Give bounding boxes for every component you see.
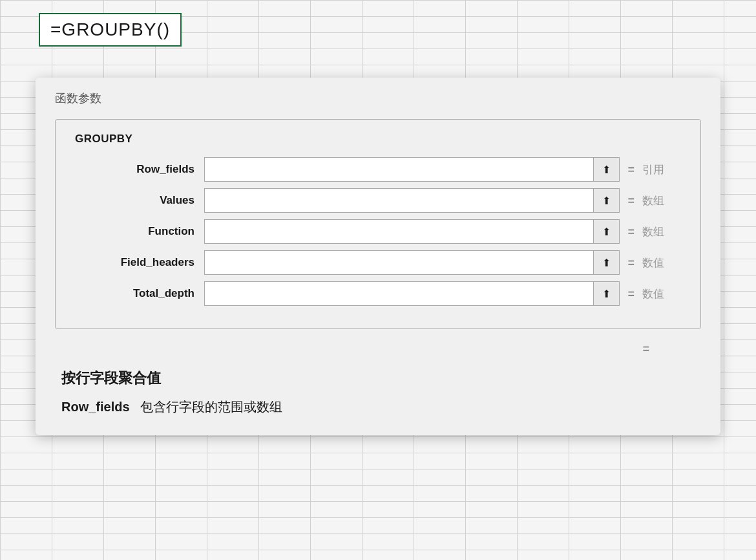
arrow-up-icon-values: ⬆ [602,195,611,207]
param-label-total-depth: Total_depth [75,287,204,300]
param-input-wrap-row-fields: ⬆ [204,157,620,182]
param-label-function: Function [75,225,204,238]
group-box-title: GROUPBY [75,133,681,145]
param-row-function: Function ⬆ = 数组 [75,219,681,244]
result-row: = [55,342,701,356]
description-field-name: Row_fields [61,400,130,415]
param-equals-total-depth: = [627,287,635,301]
param-type-values: 数组 [642,193,681,208]
groupby-group-box: GROUPBY Row_fields ⬆ = 引用 Values ⬆ = 数组 [55,119,701,329]
function-arguments-dialog: 函数参数 GROUPBY Row_fields ⬆ = 引用 Values ⬆ [36,78,720,435]
param-input-wrap-total-depth: ⬆ [204,281,620,306]
param-row-values: Values ⬆ = 数组 [75,188,681,213]
param-equals-function: = [627,225,635,239]
arrow-up-icon-total-depth: ⬆ [602,288,611,300]
param-equals-row-fields: = [627,163,635,177]
result-equals: = [642,342,649,356]
formula-bar: =GROUPBY() [39,13,182,47]
dialog-title: 函数参数 [55,91,701,106]
param-equals-field-headers: = [627,256,635,270]
param-input-function[interactable] [204,219,594,244]
param-label-values: Values [75,194,204,207]
arrow-up-icon-function: ⬆ [602,226,611,238]
param-type-field-headers: 数值 [642,255,681,270]
param-btn-row-fields[interactable]: ⬆ [594,157,620,182]
formula-text: =GROUPBY() [50,19,170,39]
param-input-values[interactable] [204,188,594,213]
arrow-up-icon-field-headers: ⬆ [602,257,611,269]
param-input-row-fields[interactable] [204,157,594,182]
param-type-function: 数组 [642,224,681,239]
param-row-total-depth: Total_depth ⬆ = 数值 [75,281,681,306]
description-row: Row_fields 包含行字段的范围或数组 [61,398,695,416]
param-input-total-depth[interactable] [204,281,594,306]
param-row-row-fields: Row_fields ⬆ = 引用 [75,157,681,182]
arrow-up-icon-row-fields: ⬆ [602,164,611,176]
param-btn-values[interactable]: ⬆ [594,188,620,213]
description-text: 包含行字段的范围或数组 [140,398,282,416]
param-type-total-depth: 数值 [642,286,681,301]
param-label-field-headers: Field_headers [75,256,204,269]
description-section: 按行字段聚合值 Row_fields 包含行字段的范围或数组 [55,369,701,416]
param-input-wrap-field-headers: ⬆ [204,250,620,275]
param-type-row-fields: 引用 [642,162,681,177]
param-btn-total-depth[interactable]: ⬆ [594,281,620,306]
param-equals-values: = [627,194,635,208]
param-btn-function[interactable]: ⬆ [594,219,620,244]
param-label-row-fields: Row_fields [75,163,204,176]
description-title: 按行字段聚合值 [61,369,695,388]
param-input-wrap-values: ⬆ [204,188,620,213]
param-row-field-headers: Field_headers ⬆ = 数值 [75,250,681,275]
param-btn-field-headers[interactable]: ⬆ [594,250,620,275]
param-input-field-headers[interactable] [204,250,594,275]
param-input-wrap-function: ⬆ [204,219,620,244]
